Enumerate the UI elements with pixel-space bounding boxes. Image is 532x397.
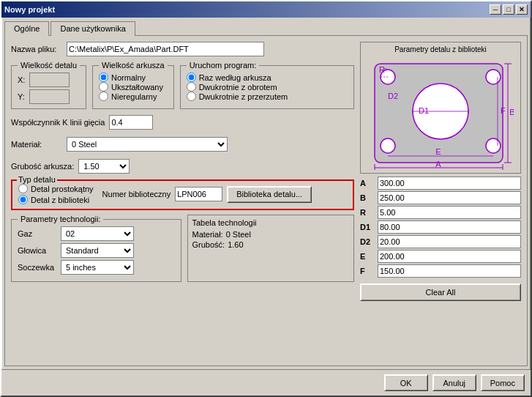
tab-ogolne[interactable]: Ogólne (4, 21, 49, 36)
tabela-grub-row: Grubość: 1.60 (192, 240, 350, 249)
detal-z-biblioteki-label: Detal z biblioteki (31, 196, 89, 204)
x-label: X: (18, 75, 26, 84)
grub-select[interactable]: 1.50 (78, 159, 130, 174)
x-row: X: (18, 73, 80, 87)
svg-text:B: B (509, 108, 514, 116)
svg-point-4 (486, 138, 501, 153)
tabela-grub-label: Grubość: (192, 240, 225, 249)
normalny-label: Normalny (111, 73, 146, 82)
glowica-row: Głowica Standard (18, 243, 175, 258)
param-input-a[interactable] (378, 177, 521, 190)
maximize-button[interactable]: □ (503, 4, 514, 15)
tab-bar: Ogólne Dane użytkownika (4, 21, 528, 35)
y-input[interactable] (29, 89, 70, 104)
param-table: A B R D1 D2 (360, 177, 521, 278)
tab-dane-uzytkownika[interactable]: Dane użytkownika (50, 21, 135, 36)
nazwa-pliku-input[interactable] (67, 42, 264, 56)
param-input-e[interactable] (378, 250, 521, 263)
tabela-material-value: 0 Steel (226, 230, 251, 239)
parametry-tech-fieldset: Parametry technologii: Gaz 02 Głowica St… (11, 215, 181, 282)
y-row: Y: (18, 89, 80, 104)
x-input[interactable] (29, 73, 70, 87)
raz-radio[interactable] (187, 73, 196, 82)
title-bar-controls: ─ □ ✕ (490, 4, 528, 15)
close-button[interactable]: ✕ (516, 4, 528, 15)
dwukrotnie-przerzutem-radio[interactable] (187, 92, 196, 101)
pomoc-button[interactable]: Pomoc (481, 374, 525, 391)
typ-detalu-legend: Typ detalu (17, 175, 57, 184)
anuluj-button[interactable]: Anuluj (432, 374, 476, 391)
param-row-e: E (360, 250, 521, 263)
tabela-tech-title: Tabela technologii (192, 218, 350, 227)
material-select[interactable]: 0 Steel (67, 137, 228, 152)
obrotem-label: Dwukrotnie z obrotem (199, 83, 277, 92)
preview-title: Parametry detalu z biblioteki (364, 45, 517, 53)
uksztaltowany-label: Ukształtowany (111, 83, 163, 92)
nieregularny-label: Nieregularny (111, 92, 157, 101)
gaz-select[interactable]: 02 (61, 226, 134, 241)
tabela-technologii-container: Tabela technologii Materiał: 0 Steel Gru… (187, 215, 355, 282)
svg-point-5 (381, 138, 395, 153)
glowica-select[interactable]: Standard (61, 243, 134, 258)
ok-button[interactable]: OK (384, 374, 428, 391)
dwukrotnie-przerzutem-radio-row: Dwukrotnie z przerzutem (187, 92, 348, 101)
param-input-f[interactable] (378, 264, 521, 278)
przerzutem-label: Dwukrotnie z przerzutem (199, 92, 288, 101)
preview-container: Parametry detalu z biblioteki (360, 42, 521, 174)
svg-point-3 (486, 70, 501, 84)
normalny-radio-row: Normalny (99, 73, 168, 82)
dwukrotnie-obrotem-radio[interactable] (187, 82, 196, 92)
param-input-d1[interactable] (378, 220, 521, 234)
biblioteka-detalu-button[interactable]: Biblioteka detalu... (227, 186, 312, 203)
detal-prostokatny-radio[interactable] (18, 184, 28, 193)
wielkosc-detalu-legend: Wielkość detalu (18, 61, 80, 70)
param-key-a: A (360, 179, 375, 188)
param-row-r: R (360, 206, 521, 219)
wspolczynnik-input[interactable] (109, 115, 153, 130)
detal-z-biblioteki-radio[interactable] (18, 195, 28, 204)
param-key-r: R (360, 208, 375, 217)
raz-label: Raz według arkusza (199, 73, 271, 82)
param-key-d1: D1 (360, 223, 375, 231)
nieregularny-radio-row: Nieregularny (99, 92, 168, 101)
material-label: Materiał: (11, 140, 62, 149)
param-input-d2[interactable] (378, 235, 521, 248)
svg-text:R: R (379, 65, 385, 74)
numer-biblioteczny-input[interactable] (175, 187, 222, 201)
left-panel: Nazwa pliku: Wielkość detalu X: Y: (11, 42, 354, 360)
numer-biblioteczny-label: Numer biblioteczny (102, 190, 171, 198)
param-key-b: B (360, 193, 375, 202)
window-body: Ogólne Dane użytkownika Nazwa pliku: Wie (1, 18, 531, 369)
wielkosc-arkusza-fieldset: Wielkość arkusza Normalny Ukształtowany … (92, 61, 174, 109)
nazwa-pliku-label: Nazwa pliku: (11, 45, 62, 53)
y-label: Y: (18, 92, 26, 101)
tabela-material-label: Materiał: (192, 230, 223, 239)
uksztaltowany-radio[interactable] (99, 82, 108, 92)
parametry-tech-legend: Parametry technologii: (18, 215, 103, 223)
minimize-button[interactable]: ─ (490, 4, 501, 15)
raz-radio-row: Raz według arkusza (187, 73, 348, 82)
detal-prostokatny-row: Detal prostokątny (18, 184, 94, 193)
groups-row: Wielkość detalu X: Y: Wielkość arkusza (11, 61, 354, 109)
material-row: Materiał: 0 Steel (11, 137, 354, 152)
param-input-b[interactable] (378, 191, 521, 204)
param-key-f: F (360, 267, 375, 275)
gaz-row: Gaz 02 (18, 226, 175, 241)
soczewka-label: Soczewka (18, 263, 58, 272)
clear-all-button[interactable]: Clear All (360, 283, 521, 301)
wspolczynnik-label: Współczynnik K linii gięcia (11, 118, 105, 127)
tabela-grub-value: 1.60 (228, 240, 243, 249)
bottom-bar: OK Anuluj Pomoc (1, 369, 531, 396)
gaz-label: Gaz (18, 229, 58, 238)
typ-detalu-container: Typ detalu Detal prostokątny Detal z bib… (11, 179, 354, 210)
param-input-r[interactable] (378, 206, 521, 219)
tabela-material-row: Materiał: 0 Steel (192, 230, 350, 239)
param-row-d2: D2 (360, 235, 521, 248)
soczewka-select[interactable]: 5 inches (61, 260, 134, 275)
nieregularny-radio[interactable] (99, 92, 108, 101)
normalny-radio[interactable] (99, 73, 108, 82)
main-window: Nowy projekt ─ □ ✕ Ogólne Dane użytkowni… (0, 0, 532, 397)
nazwa-pliku-row: Nazwa pliku: (11, 42, 354, 56)
svg-text:D2: D2 (388, 92, 398, 100)
param-row-a: A (360, 177, 521, 190)
